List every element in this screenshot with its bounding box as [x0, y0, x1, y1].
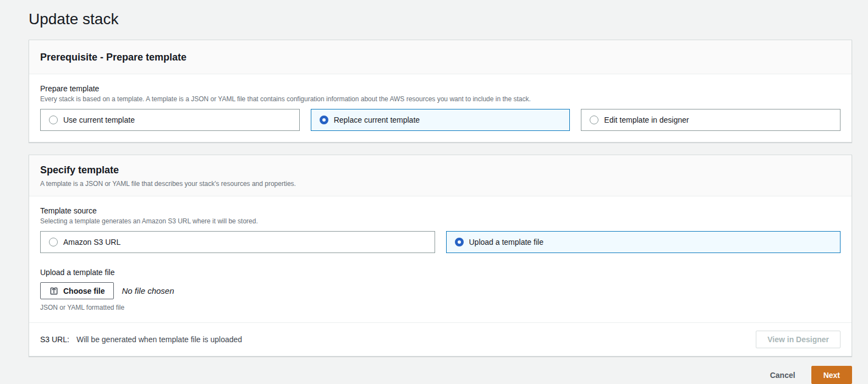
update-stack-page: Update stack Prerequisite - Prepare temp…: [0, 0, 868, 384]
radio-unselected-icon: [49, 238, 58, 246]
radio-tile-use-current-template[interactable]: Use current template: [40, 109, 300, 131]
radio-selected-icon: [455, 238, 464, 246]
template-source-label: Template source: [40, 205, 840, 216]
radio-selected-icon: [320, 116, 328, 124]
specify-template-card-title: Specify template: [40, 164, 840, 176]
specify-template-card-content: Template source Selecting a template gen…: [29, 196, 851, 322]
view-in-designer-button[interactable]: View in Designer: [756, 331, 840, 348]
specify-template-card-header: Specify template A template is a JSON or…: [29, 155, 851, 196]
radio-unselected-icon: [590, 116, 598, 124]
prerequisite-card: Prerequisite - Prepare template Prepare …: [29, 40, 852, 142]
prepare-template-description: Every stack is based on a template. A te…: [40, 95, 840, 103]
choose-file-row: Choose file No file chosen: [40, 282, 840, 299]
page-title: Update stack: [29, 0, 852, 40]
s3-url-value: Will be generated when template file is …: [76, 335, 242, 344]
template-source-description: Selecting a template generates an Amazon…: [40, 217, 840, 226]
radio-tile-upload-template-file[interactable]: Upload a template file: [446, 231, 841, 253]
radio-tile-label: Edit template in designer: [604, 116, 689, 124]
choose-file-button[interactable]: Choose file: [40, 282, 114, 299]
radio-tile-label: Use current template: [63, 116, 135, 124]
prerequisite-card-header: Prerequisite - Prepare template: [29, 40, 851, 74]
radio-tile-edit-template-in-designer[interactable]: Edit template in designer: [581, 109, 840, 131]
radio-tile-replace-current-template[interactable]: Replace current template: [311, 109, 570, 131]
radio-tile-label: Replace current template: [334, 116, 420, 124]
next-button[interactable]: Next: [811, 366, 852, 384]
template-source-options: Amazon S3 URL Upload a template file: [40, 231, 840, 253]
prerequisite-card-title: Prerequisite - Prepare template: [40, 51, 840, 63]
wizard-actions: Cancel Next: [29, 366, 852, 384]
specify-template-card-description: A template is a JSON or YAML file that d…: [40, 179, 840, 188]
cancel-button[interactable]: Cancel: [770, 371, 795, 380]
s3-url-label: S3 URL:: [40, 335, 69, 344]
file-format-constraint: JSON or YAML formatted file: [40, 304, 840, 311]
prerequisite-card-content: Prepare template Every stack is based on…: [29, 74, 851, 142]
s3-url-line: S3 URL:Will be generated when template f…: [40, 335, 242, 344]
radio-unselected-icon: [49, 116, 58, 124]
upload-icon: [50, 287, 58, 295]
radio-tile-label: Upload a template file: [469, 238, 543, 246]
no-file-chosen-text: No file chosen: [122, 286, 174, 295]
upload-template-file-label: Upload a template file: [40, 267, 840, 278]
specify-template-card-footer: S3 URL:Will be generated when template f…: [29, 322, 851, 356]
prepare-template-label: Prepare template: [40, 83, 840, 94]
upload-template-file-block: Upload a template file Choose file No fi: [40, 267, 840, 311]
prepare-template-options: Use current template Replace current tem…: [40, 109, 840, 131]
choose-file-button-label: Choose file: [63, 287, 105, 295]
radio-tile-amazon-s3-url[interactable]: Amazon S3 URL: [40, 231, 435, 253]
radio-tile-label: Amazon S3 URL: [63, 238, 120, 246]
specify-template-card: Specify template A template is a JSON or…: [29, 155, 852, 356]
